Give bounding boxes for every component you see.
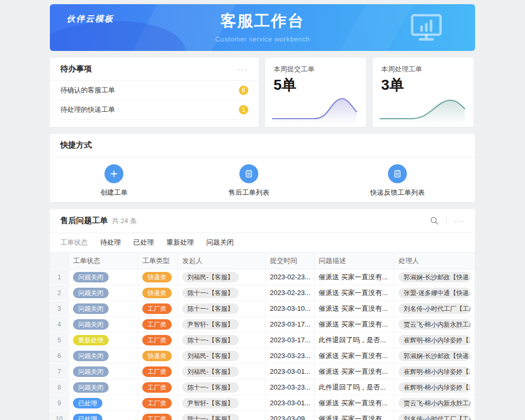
ticket-table: 工单状态工单类型发起人提交时间问题描述处理人 1问题关闭快递类刘福民-【客服】2… <box>50 252 475 420</box>
creator-pill: 刘福民-【客服】 <box>182 351 239 361</box>
type-pill: 工厂类 <box>142 303 172 314</box>
count-badge: 6 <box>239 86 248 95</box>
creator-pill: 尹智轩-【客服】 <box>182 319 239 330</box>
type-pill: 工厂类 <box>142 366 172 377</box>
shortcut-快递反馈工单列表[interactable]: 快递反馈工单列表 <box>370 164 425 197</box>
cell-type: 工厂类 <box>138 364 178 380</box>
cell-type: 工厂类 <box>138 380 178 395</box>
type-pill: 工厂类 <box>142 382 172 393</box>
status-pill: 已处理 <box>73 398 102 408</box>
filter-option[interactable]: 待处理 <box>100 238 121 247</box>
cell-status: 问题关闭 <box>69 364 138 380</box>
todo-card-title: 待办事项 <box>60 64 92 74</box>
todo-more-icon[interactable]: ··· <box>238 65 248 74</box>
cell-time: 2023-03-17... <box>266 332 314 348</box>
cell-status: 问题关闭 <box>69 285 138 301</box>
worksheet-more-icon[interactable]: ··· <box>454 217 465 225</box>
cell-time: 2023-03-10... <box>266 301 314 317</box>
filter-label: 工单状态 <box>60 238 88 247</box>
todo-item-label: 待确认的客服工单 <box>60 86 115 95</box>
table-row[interactable]: 5重新处理工厂类陈十一-【客服】2023-03-17...此件退回了吗，是否..… <box>50 332 475 348</box>
creator-pill: 陈十一-【客服】 <box>182 414 239 420</box>
todo-item-label: 待处理的快递工单 <box>60 105 115 114</box>
cell-handler: 贾云飞-棉小内新永胜工厂 <box>394 317 475 332</box>
filter-option[interactable]: 重新处理 <box>166 238 194 247</box>
status-pill: 问题关闭 <box>73 319 109 330</box>
row-number: 9 <box>50 395 69 411</box>
stat-title: 本周处理工单 <box>381 65 465 74</box>
status-pill: 问题关闭 <box>73 351 109 361</box>
filter-option[interactable]: 已处理 <box>133 238 154 247</box>
column-header: 提交时间 <box>266 253 314 269</box>
cell-time: 2023-03-01... <box>266 364 314 380</box>
table-row[interactable]: 8问题关闭工厂类陈十一-【客服】2023-03-23...此件退回了吗，是否..… <box>50 380 475 395</box>
table-row[interactable]: 10已处理工厂类陈十一-【客服】2023-03-09...催派送 买家一直没有.… <box>50 411 475 420</box>
cell-handler: 崔辉明-棉小内珍姿婷【工 <box>394 332 475 348</box>
cell-creator: 尹智轩-【客服】 <box>178 395 266 411</box>
status-filter-bar: 工单状态 待处理已处理重新处理问题关闭 <box>50 233 475 252</box>
type-pill: 快递类 <box>142 272 172 282</box>
shortcuts-title: 快捷方式 <box>60 140 92 150</box>
cell-handler: 崔辉明-棉小内珍姿婷【工 <box>394 380 475 395</box>
shortcut-label: 售后工单列表 <box>228 188 269 197</box>
row-number: 6 <box>50 348 69 364</box>
column-header: 问题描述 <box>314 253 394 269</box>
cell-description: 催派送 买家一直没有... <box>314 285 394 301</box>
cell-description: 此件退回了吗，是否... <box>314 380 394 395</box>
handler-pill: 张盟-迷多娜中通【快递】 <box>398 288 470 298</box>
cell-type: 快递类 <box>138 285 178 301</box>
table-row[interactable]: 9已处理工厂类尹智轩-【客服】2023-03-01...催派送 买家一直没有..… <box>50 395 475 411</box>
row-number: 7 <box>50 364 69 380</box>
monitor-chart-icon <box>409 12 444 46</box>
cell-type: 工厂类 <box>138 411 178 420</box>
filter-option[interactable]: 问题关闭 <box>206 238 234 247</box>
cell-time: 2023-02-23... <box>266 285 314 301</box>
shortcuts-card: 快捷方式 创建工单售后工单列表快递反馈工单列表 <box>50 134 475 202</box>
todo-list-item[interactable]: 待处理的快递工单1 <box>60 100 248 120</box>
shortcut-创建工单[interactable]: 创建工单 <box>100 164 128 197</box>
todo-list: 待确认的客服工单6待处理的快递工单1 <box>50 81 259 120</box>
cell-handler: 张盟-迷多娜中通【快递】 <box>394 285 475 301</box>
table-row[interactable]: 7问题关闭工厂类刘福民-【客服】2023-03-01...催派送 买家一直没有.… <box>50 364 475 380</box>
creator-pill: 陈十一-【客服】 <box>182 382 239 393</box>
column-header: 工单状态 <box>69 253 138 269</box>
cell-creator: 陈十一-【客服】 <box>178 301 266 317</box>
table-row[interactable]: 4问题关闭工厂类尹智轩-【客服】2023-03-17...催派送 买家一直没有.… <box>50 317 475 332</box>
todo-list-item[interactable]: 待确认的客服工单6 <box>60 81 248 100</box>
cell-description: 催派送 买家一直没有... <box>314 269 394 285</box>
cell-type: 工厂类 <box>138 395 178 411</box>
shortcut-label: 快递反馈工单列表 <box>370 188 425 197</box>
type-pill: 工厂类 <box>142 319 172 330</box>
type-pill: 工厂类 <box>142 414 172 420</box>
cell-status: 问题关闭 <box>69 317 138 332</box>
row-number: 3 <box>50 301 69 317</box>
shortcut-售后工单列表[interactable]: 售后工单列表 <box>228 164 269 197</box>
cell-status: 问题关闭 <box>69 380 138 395</box>
cell-type: 快递类 <box>138 269 178 285</box>
table-row[interactable]: 2问题关闭快递类陈十一-【客服】2023-02-23...催派送 买家一直没有.… <box>50 285 475 301</box>
cell-handler: 刘名传-小时代工厂【工厂】 <box>394 301 475 317</box>
type-pill: 快递类 <box>142 351 172 361</box>
type-pill: 工厂类 <box>142 398 172 408</box>
cell-type: 工厂类 <box>138 332 178 348</box>
column-header: 处理人 <box>394 253 475 269</box>
cell-time: 2023-03-17... <box>266 317 314 332</box>
status-pill: 重新处理 <box>73 335 109 345</box>
table-row[interactable]: 3问题关闭工厂类陈十一-【客服】2023-03-10...催派送 买家一直没有.… <box>50 301 475 317</box>
handler-pill: 郭淑娴-长沙邮政【快递】 <box>398 272 470 282</box>
column-header: 工单类型 <box>138 253 178 269</box>
cell-creator: 陈十一-【客服】 <box>178 411 266 420</box>
handler-pill: 崔辉明-棉小内珍姿婷【工 <box>398 335 470 345</box>
search-icon[interactable] <box>430 216 439 225</box>
processed-trend-chart <box>378 92 467 123</box>
cell-creator: 陈十一-【客服】 <box>178 332 266 348</box>
table-row[interactable]: 6问题关闭快递类刘福民-【客服】2023-03-23...催派送 买家一直没有.… <box>50 348 475 364</box>
submitted-trend-chart <box>270 92 360 123</box>
status-pill: 问题关闭 <box>73 366 109 377</box>
creator-pill: 陈十一-【客服】 <box>182 335 239 345</box>
cell-description: 催派送 买家一直没有... <box>314 395 394 411</box>
worksheet-title: 售后问题工单 <box>60 216 108 226</box>
cell-type: 快递类 <box>138 348 178 364</box>
table-row[interactable]: 1问题关闭快递类刘福民-【客服】2023-02-23...催派送 买家一直没有.… <box>50 269 475 285</box>
worksheet-card: 售后问题工单 共 24 条 ··· 工单状态 待处理已处理重新处理问题关闭 <box>50 209 475 420</box>
